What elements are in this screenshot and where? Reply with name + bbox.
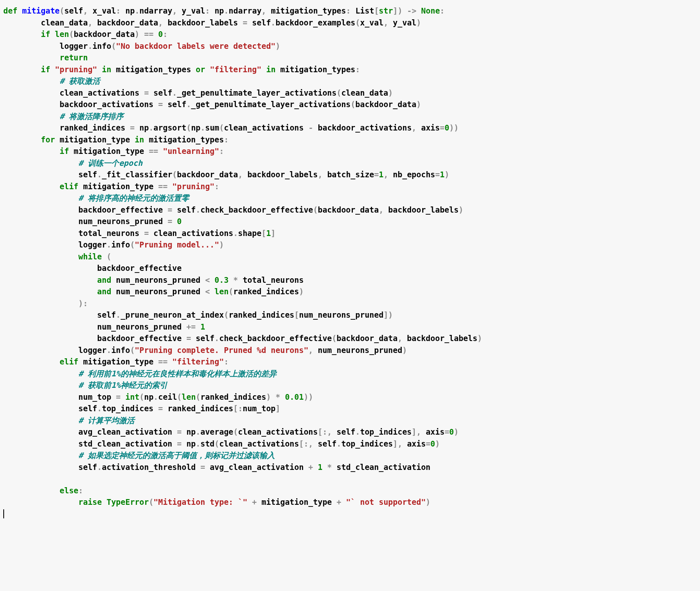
function-name: mitigate <box>22 6 60 15</box>
code-block: def mitigate(self, x_val: np.ndarray, y_… <box>0 0 700 583</box>
comment: # 将激活降序排序 <box>59 112 124 121</box>
comment: # 将排序高的神经元的激活置零 <box>78 193 189 202</box>
comment: # 如果选定神经元的激活高于阈值，则标记并过滤该输入 <box>78 451 275 460</box>
comment: # 利用前1%的神经元在良性样本和毒化样本上激活的差异 <box>78 369 277 378</box>
comment: # 训练一个epoch <box>78 158 142 167</box>
keyword-def: def <box>3 6 17 15</box>
text-cursor <box>3 509 4 518</box>
comment: # 获取前1%神经元的索引 <box>78 380 167 389</box>
comment: # 计算平均激活 <box>78 416 135 425</box>
comment: # 获取激活 <box>59 76 100 85</box>
